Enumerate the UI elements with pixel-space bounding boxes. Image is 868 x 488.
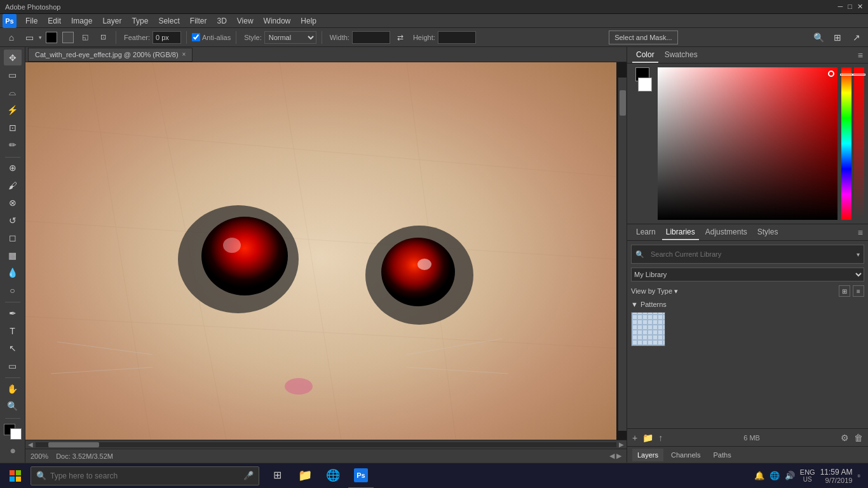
menu-3d[interactable]: 3D (212, 15, 231, 27)
history-brush-tool[interactable]: ↺ (4, 212, 22, 228)
shape-tool[interactable]: ▭ (4, 358, 22, 374)
path-select-tool[interactable]: ↖ (4, 340, 22, 356)
tab-channels[interactable]: Channels (666, 449, 705, 461)
menu-select[interactable]: Select (153, 15, 184, 27)
hand-tool[interactable]: ✋ (4, 381, 22, 396)
brush-tool[interactable]: 🖌 (4, 177, 22, 193)
tab-layers[interactable]: Layers (632, 449, 663, 461)
settings-icon[interactable]: ⚙ (841, 433, 849, 443)
color-panel-options[interactable]: ≡ (858, 50, 863, 60)
window-controls[interactable]: ─ □ ✕ (838, 3, 863, 11)
marquee-rect-btn[interactable]: ▭ (22, 30, 37, 45)
eyedropper-tool[interactable]: ✏ (4, 137, 22, 152)
alpha-slider[interactable] (854, 67, 864, 220)
tab-color[interactable]: Color (632, 48, 658, 63)
swap-wh-button[interactable]: ⇄ (393, 30, 408, 45)
clone-stamp-tool[interactable]: ⊗ (4, 195, 22, 211)
my-library-select[interactable]: My Library (631, 268, 864, 281)
taskbar-search-bar[interactable]: 🔍 🎤 (31, 466, 259, 485)
grid-view-icon[interactable]: ⊞ (839, 285, 850, 297)
quick-select-tool[interactable]: ⚡ (4, 102, 22, 118)
antialias-checkbox[interactable] (192, 33, 200, 41)
home-button[interactable]: ⌂ (4, 30, 19, 45)
file-explorer-app[interactable]: 📁 (292, 463, 318, 489)
color-swatch-widget[interactable] (4, 424, 22, 440)
color-gradient-picker[interactable] (658, 67, 837, 220)
volume-icon[interactable]: 🔊 (785, 471, 795, 480)
tab-learn[interactable]: Learn (632, 225, 660, 240)
minimize-button[interactable]: ─ (838, 3, 843, 11)
width-input[interactable] (352, 31, 390, 44)
hue-slider[interactable] (841, 67, 851, 220)
toolbar-bg-btn[interactable] (62, 32, 74, 43)
canvas-wrapper[interactable] (25, 62, 627, 440)
lasso-tool[interactable]: ⌓ (4, 85, 22, 100)
search-button[interactable]: 🔍 (811, 30, 826, 45)
text-tool[interactable]: T (4, 323, 22, 339)
extra-tool-btn[interactable]: ⊕ (4, 442, 22, 458)
pen-tool[interactable]: ✒ (4, 305, 22, 321)
maximize-button[interactable]: □ (848, 3, 852, 11)
menu-view[interactable]: View (232, 15, 259, 27)
toolbar-extra-btn1[interactable]: ◱ (78, 30, 93, 45)
library-search-input[interactable] (647, 247, 857, 262)
menu-window[interactable]: Window (259, 15, 296, 27)
horizontal-scrollbar[interactable]: ◀ ▶ (25, 440, 627, 449)
dodge-tool[interactable]: ○ (4, 282, 22, 298)
notification-icon[interactable]: 🔔 (754, 471, 764, 480)
menu-filter[interactable]: Filter (185, 15, 212, 27)
menu-type[interactable]: Type (126, 15, 153, 27)
export-icon[interactable]: ↑ (658, 433, 663, 443)
menu-help[interactable]: Help (295, 15, 322, 27)
tab-libraries[interactable]: Libraries (662, 225, 699, 240)
menu-layer[interactable]: Layer (97, 15, 126, 27)
close-button[interactable]: ✕ (857, 3, 863, 11)
new-folder-icon[interactable]: 📁 (642, 433, 653, 443)
vertical-scrollbar[interactable] (618, 78, 627, 431)
gradient-tool[interactable]: ▦ (4, 247, 22, 263)
toolbar-extra-btn2[interactable]: ⊡ (95, 30, 111, 45)
tab-styles[interactable]: Styles (754, 225, 782, 240)
bg-color-box[interactable] (638, 78, 652, 92)
menu-edit[interactable]: Edit (43, 15, 66, 27)
patterns-triangle[interactable]: ▼ (631, 301, 638, 308)
search-dropdown-btn[interactable]: ▾ (857, 251, 860, 258)
select-mask-button[interactable]: Select and Mask... (609, 30, 678, 44)
task-view-button[interactable]: ⊞ (264, 463, 290, 489)
doc-tab-close[interactable]: × (182, 51, 186, 58)
height-input[interactable] (438, 31, 476, 44)
tab-paths[interactable]: Paths (709, 449, 736, 461)
taskbar-search-input[interactable] (50, 471, 240, 480)
menu-file[interactable]: File (20, 15, 43, 27)
voice-search-icon[interactable]: 🎤 (243, 471, 254, 480)
style-select[interactable]: Normal Fixed Ratio Fixed Size (264, 31, 316, 44)
edge-browser-app[interactable]: 🌐 (320, 463, 346, 489)
eraser-tool[interactable]: ◻ (4, 230, 22, 246)
view-by-dropdown[interactable]: ▾ (674, 287, 678, 295)
background-color[interactable] (10, 428, 22, 440)
tab-adjustments[interactable]: Adjustments (702, 225, 751, 240)
pattern-thumbnail-1[interactable] (631, 312, 665, 346)
add-item-icon[interactable]: + (632, 433, 637, 443)
start-button[interactable] (3, 463, 28, 489)
photoshop-app[interactable]: Ps (348, 463, 374, 489)
network-icon[interactable]: 🌐 (770, 471, 780, 480)
marquee-tool[interactable]: ▭ (4, 67, 22, 83)
workspace-btn[interactable]: ⊞ (830, 30, 845, 45)
spot-heal-tool[interactable]: ⊕ (4, 160, 22, 176)
tab-swatches[interactable]: Swatches (661, 48, 702, 63)
document-tab[interactable]: Cat_with_red-eye_effect.jpg @ 200% (RGB/… (28, 48, 193, 62)
crop-tool[interactable]: ⊡ (4, 119, 22, 135)
zoom-tool[interactable]: 🔍 (4, 398, 22, 414)
antialias-label[interactable]: Anti-alias (192, 33, 231, 41)
list-view-icon[interactable]: ≡ (853, 285, 864, 297)
show-desktop-icon[interactable]: ▫ (857, 471, 860, 480)
blur-tool[interactable]: 💧 (4, 265, 22, 281)
feather-input[interactable] (153, 31, 181, 44)
share-btn[interactable]: ↗ (849, 30, 864, 45)
menu-image[interactable]: Image (66, 15, 97, 27)
toolbar-fg-color[interactable] (46, 32, 57, 43)
libraries-panel-options[interactable]: ≡ (858, 227, 863, 238)
move-tool[interactable]: ✥ (4, 50, 22, 65)
delete-icon[interactable]: 🗑 (854, 433, 863, 443)
